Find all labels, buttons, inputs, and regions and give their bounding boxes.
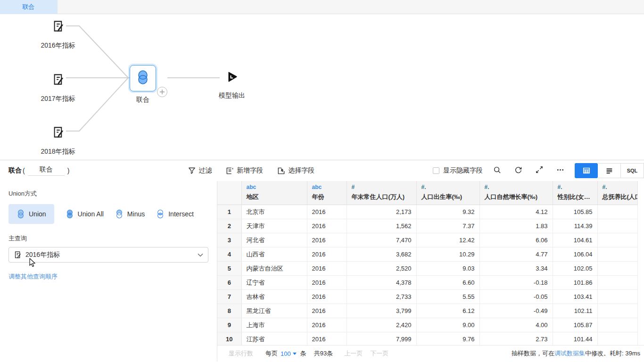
union-mode-options: Union Union All	[8, 204, 208, 224]
paren-open: (	[23, 167, 25, 174]
cell	[597, 205, 637, 219]
data-grid[interactable]: abc地区abc年份#年末常住人口(万人)#.人口出生率(‰)#.人口自然增长率…	[217, 181, 644, 345]
adjust-order-link[interactable]: 调整其他查询顺序	[8, 272, 58, 281]
column-header[interactable]: #.人口自然增长率(‰)	[479, 181, 553, 205]
union-node[interactable]	[130, 65, 156, 91]
column-type-icon: #.	[603, 183, 633, 191]
cell: 105.85	[553, 205, 597, 219]
table-row: 10江苏省20167,9999.762.73101.44	[217, 332, 637, 346]
dataset-node-2016[interactable]: 2016年指标	[30, 20, 86, 50]
cell: 2.73	[479, 332, 553, 346]
cell: 9.76	[416, 332, 479, 346]
per-page-label: 每页	[265, 349, 278, 358]
cell: 104.61	[553, 233, 597, 247]
cell	[597, 247, 637, 262]
mode-union[interactable]: Union	[8, 204, 54, 224]
row-index-header	[217, 181, 241, 205]
search-icon[interactable]	[493, 166, 501, 176]
cell: 6.60	[416, 276, 479, 290]
cell: 7.37	[416, 219, 479, 233]
table-footer: 显示行数 每页 100 条 共93条 上一页 下一页 抽样数据，可在调试数据集中…	[217, 345, 644, 362]
column-type-icon: #.	[421, 183, 475, 191]
cell: 1,562	[347, 219, 416, 233]
cell: 1.83	[479, 219, 553, 233]
cell: 吉林省	[241, 290, 307, 304]
union-config-panel: 联合 ( 联合 ) 过滤 新增字段 选择字段 显示隐藏字段	[0, 160, 644, 362]
more-icon[interactable]	[556, 166, 564, 176]
list-view-button[interactable]	[598, 163, 621, 178]
mode-label: Union All	[78, 210, 104, 218]
main-query-value: 2016年指标	[25, 251, 60, 259]
cell: 江苏省	[241, 332, 307, 346]
row-index: 2	[217, 219, 241, 233]
column-header[interactable]: #.人口出生率(‰)	[416, 181, 479, 205]
mouse-cursor	[29, 258, 36, 268]
dataset-label: 2018年指标	[30, 148, 86, 156]
column-header[interactable]: #年末常住人口(万人)	[347, 181, 416, 205]
flow-canvas[interactable]: 2016年指标 2017年指标 2018年指标 联合	[0, 14, 644, 160]
column-header[interactable]: #.总抚养比(人口抚	[597, 181, 637, 205]
column-header[interactable]: abc地区	[241, 181, 307, 205]
column-name: 性别比(女…	[558, 193, 593, 201]
row-index: 7	[217, 290, 241, 304]
cell: 102.11	[553, 304, 597, 318]
mode-union-all[interactable]: Union All	[66, 204, 104, 224]
cell: 9.03	[416, 262, 479, 276]
add-field-label: 新增字段	[237, 166, 263, 175]
cell: -0.18	[479, 276, 553, 290]
column-header[interactable]: abc年份	[307, 181, 347, 205]
filter-button[interactable]: 过滤	[188, 166, 212, 175]
output-node[interactable]: 模型输出	[218, 70, 246, 100]
table-row: 1北京市20162,1739.324.12105.85	[217, 205, 637, 219]
add-field-button[interactable]: 新增字段	[226, 166, 263, 175]
column-name: 年末常住人口(万人)	[352, 193, 412, 201]
mode-minus[interactable]: Minus	[115, 204, 145, 224]
add-field-icon	[226, 167, 234, 175]
show-hidden-checkbox[interactable]: 显示隐藏字段	[433, 166, 483, 175]
prev-page-button[interactable]: 上一页	[344, 349, 363, 358]
select-field-button[interactable]: 选择字段	[277, 166, 314, 175]
panel-body: Union方式 Union	[0, 181, 644, 362]
cell: 2,520	[347, 262, 416, 276]
cell: 2016	[307, 247, 347, 262]
mode-intersect[interactable]: Intersect	[156, 204, 194, 224]
cell: 2016	[307, 219, 347, 233]
union-config: Union方式 Union	[0, 181, 217, 362]
sql-view-button[interactable]: SQL	[621, 163, 644, 178]
column-header[interactable]: #.性别比(女…	[553, 181, 597, 205]
cell: 辽宁省	[241, 276, 307, 290]
row-index: 3	[217, 233, 241, 247]
cell: 7,999	[347, 332, 416, 346]
dataset-node-2017[interactable]: 2017年指标	[30, 73, 86, 103]
cell: 内蒙古自治区	[241, 262, 307, 276]
row-index: 8	[217, 304, 241, 318]
table-view-button[interactable]	[575, 163, 598, 178]
cell: -0.49	[479, 304, 553, 318]
list-icon	[605, 166, 613, 175]
refresh-icon[interactable]	[514, 166, 522, 176]
add-node-button[interactable]	[157, 87, 167, 97]
next-page-button[interactable]: 下一页	[370, 349, 388, 358]
cell: 2016	[307, 318, 347, 332]
union-name-input[interactable]: 联合	[28, 165, 65, 176]
chevron-down-icon	[198, 253, 203, 257]
row-index: 5	[217, 262, 241, 276]
cell: 101.44	[553, 332, 597, 346]
main-query-label: 主查询	[8, 234, 208, 243]
debug-dataset-link[interactable]: 调试数据集	[554, 350, 585, 357]
panel-title: 联合	[8, 166, 22, 175]
grid-icon	[582, 166, 591, 175]
table-row: 3河北省20167,47012.426.06104.61	[217, 233, 637, 247]
main-query-select[interactable]: 2016年指标	[8, 247, 208, 263]
per-page-select[interactable]: 100	[281, 350, 297, 357]
table-row: 5内蒙古自治区20162,5209.033.34102.05	[217, 262, 637, 276]
dataset-node-2018[interactable]: 2018年指标	[30, 126, 86, 156]
fullscreen-icon[interactable]	[536, 166, 543, 175]
cell: 河北省	[241, 233, 307, 247]
row-index: 6	[217, 276, 241, 290]
preview-table-area: abc地区abc年份#年末常住人口(万人)#.人口出生率(‰)#.人口自然增长率…	[217, 181, 644, 362]
paren-close: )	[67, 167, 70, 174]
tab-union[interactable]: 联合	[0, 0, 58, 14]
table-row: 7吉林省20162,7335.55-0.05103.41	[217, 290, 637, 304]
dataset-label: 2017年指标	[30, 95, 86, 103]
